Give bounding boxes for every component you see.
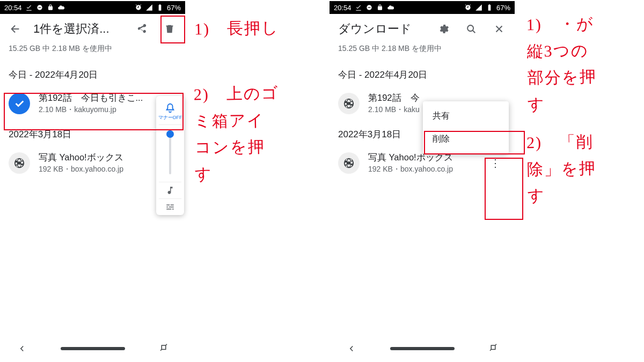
nav-bar bbox=[330, 336, 515, 361]
handwriting-right-2: 2) 「削 除」を押 す bbox=[526, 128, 597, 209]
alarm-icon bbox=[135, 4, 142, 11]
statusbar-time: 20:54 bbox=[4, 4, 22, 12]
appbar: ダウンロード bbox=[330, 14, 515, 44]
statusbar-battery: 67% bbox=[496, 4, 510, 12]
svg-point-4 bbox=[467, 25, 473, 31]
bell-icon bbox=[164, 102, 176, 114]
battery-icon bbox=[486, 4, 493, 11]
nav-home-pill[interactable] bbox=[390, 347, 455, 350]
check-underline-icon bbox=[355, 4, 362, 11]
globe-icon bbox=[9, 152, 30, 174]
svg-rect-1 bbox=[38, 7, 41, 8]
circle-dash-icon bbox=[365, 4, 373, 11]
cloud-icon bbox=[387, 4, 394, 11]
circle-dash-icon bbox=[36, 4, 43, 11]
status-bar: 20:54 67% bbox=[330, 1, 515, 14]
more-menu-button[interactable]: ⋮ bbox=[485, 157, 506, 169]
nav-back-icon[interactable] bbox=[347, 344, 356, 353]
statusbar-time: 20:54 bbox=[334, 4, 352, 12]
status-bar: 20:54 67% bbox=[0, 1, 185, 14]
globe-icon bbox=[338, 93, 360, 114]
date-header-1: 今日 - 2022年4月20日 bbox=[0, 61, 185, 86]
volume-label: マナーOFF bbox=[158, 114, 182, 121]
nav-back-icon[interactable] bbox=[17, 344, 27, 353]
statusbar-battery: 67% bbox=[167, 4, 181, 12]
settings-button[interactable] bbox=[433, 18, 453, 40]
right-screenshot: 20:54 67% ダウンロード 15.25 GB 中 2.18 MB を使用中… bbox=[330, 1, 515, 361]
handwriting-left-2: 2) 上のゴ ミ箱アイ コンを押 す bbox=[193, 80, 280, 188]
appbar-title: ダウンロード bbox=[338, 21, 426, 37]
item-subtitle: 192 KB・box.yahoo.co.jp bbox=[368, 165, 476, 174]
volume-slider[interactable] bbox=[169, 132, 171, 174]
handwriting-left-1: 1) 長押し bbox=[194, 14, 280, 42]
context-menu-delete[interactable]: 削除 bbox=[423, 128, 509, 151]
close-button[interactable] bbox=[489, 18, 509, 40]
context-menu: 共有 削除 bbox=[423, 101, 509, 154]
date-header-1: 今日 - 2022年4月20日 bbox=[330, 61, 515, 86]
left-screenshot: 20:54 67% 1件を選択済... 15.25 GB 中 2.18 MB を… bbox=[0, 1, 185, 361]
storage-text: 15.25 GB 中 2.18 MB を使用中 bbox=[330, 44, 515, 61]
nav-home-pill[interactable] bbox=[61, 347, 125, 350]
svg-rect-3 bbox=[368, 7, 370, 8]
delete-button[interactable] bbox=[159, 18, 180, 40]
lock-icon bbox=[47, 4, 54, 11]
globe-icon bbox=[338, 152, 360, 174]
handwriting-right-1: 1) ・が 縦3つの 部分を押 す bbox=[526, 10, 597, 117]
signal-icon bbox=[475, 4, 482, 11]
lock-icon bbox=[376, 4, 384, 11]
appbar: 1件を選択済... bbox=[0, 14, 185, 44]
nav-rotate-icon[interactable] bbox=[159, 344, 169, 353]
battery-icon bbox=[156, 4, 164, 11]
music-note-icon bbox=[165, 186, 175, 195]
nav-rotate-icon[interactable] bbox=[488, 344, 498, 353]
context-menu-share[interactable]: 共有 bbox=[423, 105, 509, 128]
share-button[interactable] bbox=[131, 18, 152, 40]
signal-icon bbox=[145, 4, 153, 11]
alarm-icon bbox=[464, 4, 472, 11]
tune-icon[interactable] bbox=[165, 202, 175, 212]
selected-check-icon bbox=[9, 93, 30, 114]
storage-text: 15.25 GB 中 2.18 MB を使用中 bbox=[0, 44, 185, 61]
appbar-title: 1件を選択済... bbox=[33, 21, 124, 37]
check-underline-icon bbox=[25, 4, 33, 11]
search-button[interactable] bbox=[461, 18, 481, 40]
cloud-icon bbox=[57, 4, 65, 11]
back-button[interactable] bbox=[5, 18, 26, 40]
nav-bar bbox=[0, 336, 185, 361]
volume-panel[interactable]: マナーOFF bbox=[156, 96, 184, 215]
